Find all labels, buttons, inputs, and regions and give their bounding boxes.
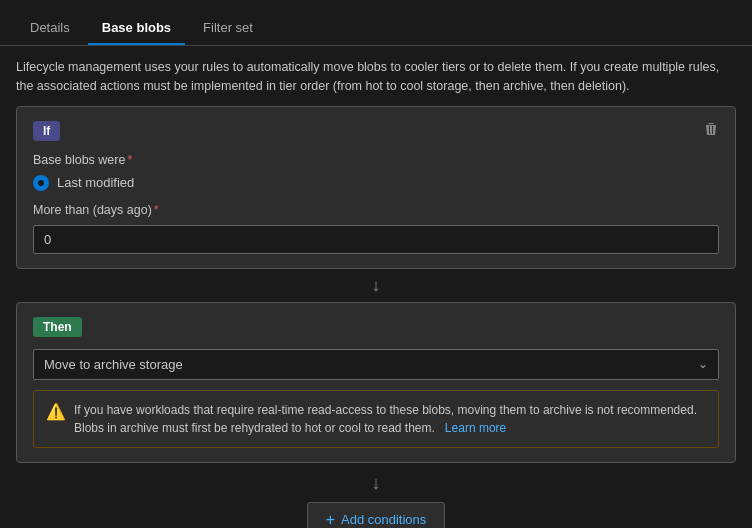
days-ago-input[interactable] bbox=[33, 225, 719, 254]
chevron-down-icon: ⌄ bbox=[698, 357, 708, 371]
if-block: If Base blobs were* Last modified More t… bbox=[16, 106, 736, 269]
if-badge: If bbox=[33, 121, 60, 141]
then-badge: Then bbox=[33, 317, 82, 337]
add-conditions-button[interactable]: + Add conditions bbox=[307, 502, 446, 529]
tab-filter-set[interactable]: Filter set bbox=[189, 12, 267, 45]
last-modified-radio[interactable]: Last modified bbox=[33, 175, 719, 191]
learn-more-link[interactable]: Learn more bbox=[442, 421, 507, 435]
then-block: Then Move to archive storage ⌄ ⚠️ If you… bbox=[16, 302, 736, 463]
page-container: Details Base blobs Filter set Lifecycle … bbox=[0, 0, 752, 528]
tab-details[interactable]: Details bbox=[16, 12, 84, 45]
plus-icon: + bbox=[326, 511, 335, 529]
warning-box: ⚠️ If you have workloads that require re… bbox=[33, 390, 719, 448]
warning-icon: ⚠️ bbox=[46, 402, 66, 421]
radio-label: Last modified bbox=[57, 175, 134, 190]
tabs-bar: Details Base blobs Filter set bbox=[0, 0, 752, 46]
warning-text: If you have workloads that require real-… bbox=[74, 401, 706, 437]
arrow-down-icon-2: ↓ bbox=[372, 473, 381, 494]
add-conditions-label: Add conditions bbox=[341, 512, 426, 527]
bottom-connector-area: ↓ + Add conditions bbox=[16, 463, 736, 529]
tab-base-blobs[interactable]: Base blobs bbox=[88, 12, 185, 45]
if-then-connector: ↓ bbox=[16, 269, 736, 302]
then-add-connector: ↓ bbox=[372, 467, 381, 500]
action-dropdown[interactable]: Move to archive storage ⌄ bbox=[33, 349, 719, 380]
radio-indicator bbox=[33, 175, 49, 191]
base-blobs-label: Base blobs were* bbox=[33, 153, 719, 167]
description-text: Lifecycle management uses your rules to … bbox=[0, 46, 752, 106]
days-ago-label: More than (days ago)* bbox=[33, 203, 719, 217]
main-content: If Base blobs were* Last modified More t… bbox=[0, 106, 752, 529]
delete-icon[interactable] bbox=[703, 121, 719, 140]
then-block-header: Then bbox=[33, 317, 719, 337]
if-block-header: If bbox=[33, 121, 719, 141]
dropdown-value: Move to archive storage bbox=[44, 357, 183, 372]
arrow-down-icon: ↓ bbox=[372, 275, 381, 296]
